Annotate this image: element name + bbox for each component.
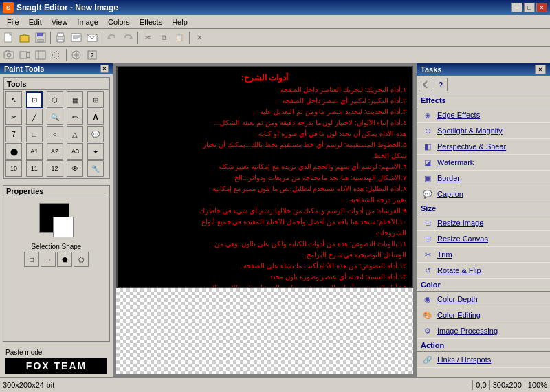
tool-oval[interactable]: ○ <box>47 126 63 142</box>
properties-panel: Properties Selection Shape □ ○ ⬟ ⬠ <box>3 185 110 342</box>
window-title: SnagIt Editor - New Image <box>16 3 118 12</box>
menu-effects[interactable]: Effects <box>135 17 166 28</box>
menu-edit[interactable]: Edit <box>25 17 46 28</box>
menu-view[interactable]: View <box>47 17 72 28</box>
svg-rect-9 <box>58 39 63 42</box>
maximize-button[interactable]: □ <box>524 3 535 12</box>
close-button[interactable]: × <box>536 3 547 12</box>
effect-spotlight-magnify[interactable]: ⊙ Spotlight & Magnify <box>417 123 550 139</box>
tool5[interactable] <box>69 47 84 63</box>
tool-eye[interactable]: 👁 <box>67 160 83 177</box>
tool-stamp[interactable]: ✦ <box>87 143 104 160</box>
tasks-back-button[interactable] <box>419 78 432 91</box>
left-panel: Paint Tools × Tools ↖ ⊡ ⬡ ▦ ⊞ ✂ ╱ 🔍 ✏ A … <box>0 63 113 377</box>
shape-custom2[interactable]: ⬠ <box>74 252 89 267</box>
tools-header: Tools <box>4 78 109 90</box>
redo-button[interactable] <box>120 30 135 45</box>
toolbar-separator-4 <box>189 32 190 44</box>
arabic-text-overlay: أدوات الشرح: ١.أداة التحريك: لتحريك العن… <box>118 67 412 287</box>
tasks-header-buttons[interactable]: × <box>535 65 546 74</box>
capture-button[interactable] <box>1 47 16 63</box>
email-button[interactable] <box>85 30 100 45</box>
effect-image-processing[interactable]: ⚙ Image Processing <box>417 323 550 339</box>
effect-color-editing[interactable]: 🎨 Color Editing <box>417 307 550 323</box>
tool-smart[interactable]: ▦ <box>67 91 83 108</box>
effect-edge-effects[interactable]: ◈ Edge Effects <box>417 107 550 123</box>
spotlight-magnify-label: Spotlight & Magnify <box>437 127 503 135</box>
tool-crop[interactable]: ⊞ <box>87 91 104 108</box>
menu-image[interactable]: Image <box>73 17 102 28</box>
save-button[interactable] <box>33 30 48 45</box>
video-button[interactable] <box>17 47 32 63</box>
tool-7[interactable]: 7 <box>6 126 22 142</box>
tool-magnify[interactable]: 🔍 <box>47 109 63 125</box>
tool-triangle[interactable]: △ <box>67 126 83 142</box>
tool-line[interactable]: ╱ <box>26 109 43 125</box>
menu-file[interactable]: File <box>3 17 23 28</box>
effect-resize-canvas[interactable]: ⊞ Resize Canvas <box>417 231 550 247</box>
background-color[interactable] <box>53 217 74 237</box>
undo-button[interactable] <box>104 30 120 45</box>
tool-10[interactable]: 10 <box>6 160 22 177</box>
tool-11[interactable]: 11 <box>26 160 43 177</box>
watermark-icon: ◪ <box>422 157 433 168</box>
tool-textC[interactable]: A3 <box>67 143 83 160</box>
menu-help[interactable]: Help <box>168 17 192 28</box>
minimize-button[interactable]: _ <box>512 3 522 12</box>
tool-12[interactable]: 12 <box>47 160 63 177</box>
tool-arrow[interactable]: ↖ <box>6 91 22 108</box>
links-hotspots-label: Links / Hotspots <box>437 356 491 364</box>
new-button[interactable] <box>1 30 16 45</box>
tool-text[interactable]: A <box>87 109 104 125</box>
shape-custom1[interactable]: ⬟ <box>57 252 72 267</box>
tool6[interactable]: ? <box>85 47 100 63</box>
tool-rect[interactable]: □ <box>26 126 43 142</box>
rotate-flip-icon: ↺ <box>422 265 433 276</box>
effect-perspective-shear[interactable]: ◧ Perspective & Shear <box>417 139 550 155</box>
delete-button[interactable]: ✕ <box>192 30 207 45</box>
svg-rect-6 <box>38 39 43 42</box>
print-button[interactable] <box>53 30 68 45</box>
open-button[interactable] <box>17 30 32 45</box>
tool-balloon[interactable]: ⬤ <box>6 143 22 160</box>
effect-watermark[interactable]: ◪ Watermark <box>417 155 550 171</box>
effect-caption[interactable]: 💬 Caption <box>417 186 550 202</box>
tool-cut[interactable]: ✂ <box>6 109 22 125</box>
effect-resize-image[interactable]: ⊡ Resize Image <box>417 215 550 231</box>
menu-bar: File Edit View Image Colors Effects Help <box>0 15 550 29</box>
paint-tools-close[interactable]: × <box>100 65 109 73</box>
window-controls[interactable]: _ □ × <box>512 3 547 12</box>
tool-freeselect[interactable]: ⬡ <box>47 91 63 108</box>
tasks-help-button[interactable]: ? <box>434 78 448 91</box>
tool-textB[interactable]: A2 <box>47 143 63 160</box>
copy-button[interactable]: ⧉ <box>156 30 171 45</box>
perspective-shear-icon: ◧ <box>422 141 433 152</box>
tasks-close-button[interactable]: × <box>535 65 546 74</box>
tool-callout[interactable]: 💬 <box>87 126 104 142</box>
effect-trim[interactable]: ✂ Trim <box>417 247 550 263</box>
preview-button[interactable] <box>69 30 84 45</box>
tool3[interactable] <box>33 47 48 63</box>
tool4[interactable] <box>49 47 64 63</box>
tool-textA[interactable]: A1 <box>26 143 43 160</box>
effect-rotate-flip[interactable]: ↺ Rotate & Flip <box>417 263 550 279</box>
effect-links-hotspots[interactable]: 🔗 Links / Hotspots <box>417 352 550 368</box>
tool-pencil[interactable]: ✏ <box>67 109 83 125</box>
effect-border[interactable]: ▣ Border <box>417 171 550 186</box>
paste-button[interactable]: 📋 <box>172 30 187 45</box>
tool-select[interactable]: ⊡ <box>26 91 43 108</box>
cut-button[interactable]: ✂ <box>140 30 155 45</box>
status-bar: 300x200x24-bit 0,0 300x200 100% <box>0 377 550 392</box>
resize-canvas-icon: ⊞ <box>422 233 433 244</box>
menu-colors[interactable]: Colors <box>104 17 134 28</box>
image-canvas[interactable]: أدوات الشرح: ١.أداة التحريك: لتحريك العن… <box>116 66 413 288</box>
effect-color-depth[interactable]: ◉ Color Depth <box>417 292 550 307</box>
color-editing-icon: 🎨 <box>422 309 433 320</box>
shape-oval[interactable]: ○ <box>41 252 56 267</box>
svg-text:?: ? <box>90 52 94 58</box>
main-toolbar: ✂ ⧉ 📋 ✕ <box>0 29 550 47</box>
shape-rect[interactable]: □ <box>24 252 39 267</box>
image-processing-icon: ⚙ <box>422 325 433 336</box>
tool-wrench[interactable]: 🔧 <box>87 160 104 177</box>
color-editing-label: Color Editing <box>437 311 481 319</box>
